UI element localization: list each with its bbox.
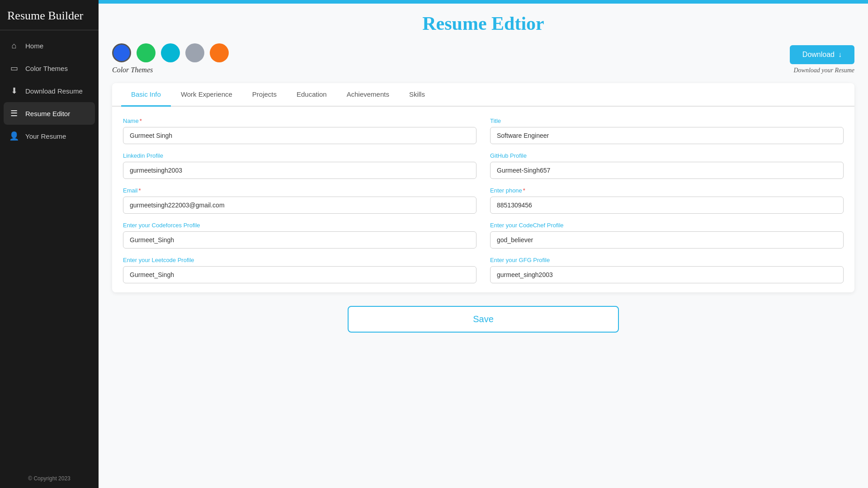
leetcode-input[interactable] — [123, 266, 476, 283]
sidebar-item-label: Your Resume — [25, 132, 66, 140]
linkedin-label: Linkedin Profile — [123, 152, 476, 159]
color-circle-blue[interactable] — [112, 43, 131, 62]
color-themes-label: Color Themes — [112, 66, 153, 74]
phone-input[interactable] — [490, 197, 844, 214]
phone-required-indicator: * — [523, 187, 525, 194]
codechef-input[interactable] — [490, 231, 844, 249]
editor-card: Basic Info Work Experience Projects Educ… — [112, 83, 854, 292]
download-icon: ⬇ — [9, 86, 19, 96]
page-title: Resume Edtior — [112, 13, 854, 34]
your-resume-icon: 👤 — [9, 131, 19, 141]
form-group-codeforces: Enter your Codeforces Profile — [123, 222, 476, 249]
color-circle-cyan[interactable] — [161, 43, 180, 62]
email-input[interactable] — [123, 197, 476, 214]
copyright: © Copyright 2023 — [0, 469, 99, 488]
download-area: Download ↓ Download your Resume — [790, 45, 854, 74]
download-button-label: Download — [802, 51, 835, 59]
name-label: Name* — [123, 117, 476, 124]
tab-achievements[interactable]: Achievements — [337, 83, 399, 107]
title-input[interactable] — [490, 127, 844, 144]
sidebar-item-your-resume[interactable]: 👤 Your Resume — [0, 125, 99, 147]
home-icon: ⌂ — [9, 41, 19, 51]
sidebar-item-download-resume[interactable]: ⬇ Download Resume — [0, 80, 99, 102]
email-required-indicator: * — [139, 187, 141, 194]
color-themes-row: Color Themes Download ↓ Download your Re… — [112, 43, 854, 74]
gfg-label: Enter your GFG Profile — [490, 257, 844, 263]
github-label: GitHub Profile — [490, 152, 844, 159]
tab-basic-info[interactable]: Basic Info — [121, 83, 171, 107]
top-bar — [99, 0, 868, 4]
form-group-gfg: Enter your GFG Profile — [490, 257, 844, 283]
codeforces-label: Enter your Codeforces Profile — [123, 222, 476, 229]
phone-label: Enter phone* — [490, 187, 844, 194]
name-input[interactable] — [123, 127, 476, 144]
sidebar-item-label: Color Themes — [25, 65, 68, 72]
color-circles — [112, 43, 229, 62]
color-circle-gray[interactable] — [185, 43, 204, 62]
codeforces-input[interactable] — [123, 231, 476, 249]
sidebar-item-color-themes[interactable]: ▭ Color Themes — [0, 57, 99, 80]
download-subtitle: Download your Resume — [793, 67, 854, 74]
main-content: Resume Edtior Color Themes Download ↓ Do… — [99, 4, 868, 488]
basic-info-form: Name* Title Linkedin Profile GitHub Prof… — [112, 107, 854, 292]
title-label: Title — [490, 117, 844, 124]
form-group-codechef: Enter your CodeChef Profile — [490, 222, 844, 249]
color-themes-icon: ▭ — [9, 63, 19, 73]
app-logo: Resume Builder — [0, 0, 99, 30]
save-row: Save — [112, 301, 854, 342]
main-area: Resume Edtior Color Themes Download ↓ Do… — [99, 0, 868, 488]
tab-work-experience[interactable]: Work Experience — [171, 83, 242, 107]
form-group-phone: Enter phone* — [490, 187, 844, 214]
form-group-email: Email* — [123, 187, 476, 214]
sidebar-item-label: Resume Editor — [25, 110, 70, 117]
sidebar-item-label: Home — [25, 42, 43, 50]
form-group-name: Name* — [123, 117, 476, 144]
form-group-github: GitHub Profile — [490, 152, 844, 179]
name-required-indicator: * — [140, 117, 142, 124]
form-group-title: Title — [490, 117, 844, 144]
sidebar-item-label: Download Resume — [25, 87, 83, 95]
form-group-linkedin: Linkedin Profile — [123, 152, 476, 179]
codechef-label: Enter your CodeChef Profile — [490, 222, 844, 229]
form-group-leetcode: Enter your Leetcode Profile — [123, 257, 476, 283]
tabs: Basic Info Work Experience Projects Educ… — [112, 83, 854, 107]
leetcode-label: Enter your Leetcode Profile — [123, 257, 476, 263]
sidebar-item-home[interactable]: ⌂ Home — [0, 35, 99, 57]
download-arrow-icon: ↓ — [838, 51, 842, 59]
github-input[interactable] — [490, 162, 844, 179]
color-themes-left: Color Themes — [112, 43, 229, 74]
download-button[interactable]: Download ↓ — [790, 45, 854, 64]
email-label: Email* — [123, 187, 476, 194]
linkedin-input[interactable] — [123, 162, 476, 179]
sidebar-nav: ⌂ Home ▭ Color Themes ⬇ Download Resume … — [0, 30, 99, 469]
tab-skills[interactable]: Skills — [399, 83, 435, 107]
sidebar: Resume Builder ⌂ Home ▭ Color Themes ⬇ D… — [0, 0, 99, 488]
color-circle-orange[interactable] — [210, 43, 229, 62]
save-button[interactable]: Save — [348, 306, 619, 333]
gfg-input[interactable] — [490, 266, 844, 283]
sidebar-item-resume-editor[interactable]: ☰ Resume Editor — [4, 102, 95, 125]
color-circle-green[interactable] — [137, 43, 156, 62]
tab-education[interactable]: Education — [287, 83, 337, 107]
resume-editor-icon: ☰ — [9, 108, 19, 118]
tab-projects[interactable]: Projects — [242, 83, 287, 107]
